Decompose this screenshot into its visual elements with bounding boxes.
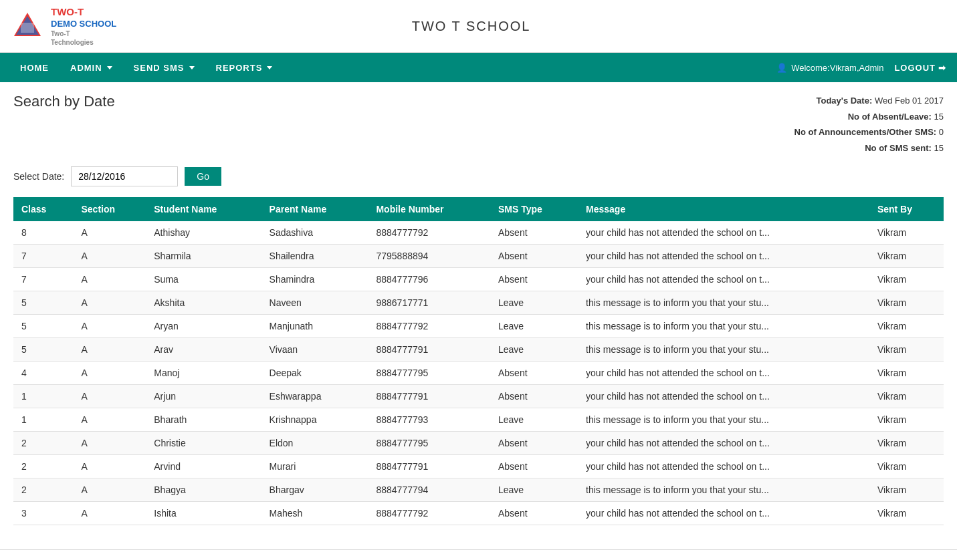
cell-3: Bhargav <box>261 478 368 501</box>
cell-5: Leave <box>490 291 578 314</box>
cell-2: Christie <box>146 431 261 454</box>
table-row: 5AAravVivaan8884777791Leavethis message … <box>13 337 944 361</box>
nav-item-reports[interactable]: REPORTS <box>207 56 282 80</box>
cell-1: A <box>74 314 146 337</box>
cell-6: your child has not attended the school o… <box>578 384 869 408</box>
top-header: TWO-T DEMO SCHOOL Two-T Technologies TWO… <box>0 0 957 53</box>
col-sms-type: SMS Type <box>490 197 578 221</box>
cell-1: A <box>74 454 146 478</box>
logout-button[interactable]: LOGOUT <box>894 63 946 73</box>
cell-6: this message is to inform you that your … <box>578 314 869 337</box>
cell-0: 5 <box>13 314 74 337</box>
cell-7: Vikram <box>869 291 944 314</box>
cell-4: 8884777796 <box>368 267 490 291</box>
cell-7: Vikram <box>869 454 944 478</box>
nav-item-send-sms[interactable]: SEND SMS <box>124 56 204 80</box>
cell-4: 8884777792 <box>368 314 490 337</box>
cell-0: 4 <box>13 361 74 384</box>
logo-icon <box>11 9 44 43</box>
cell-6: your child has not attended the school o… <box>578 361 869 384</box>
cell-4: 8884777793 <box>368 408 490 431</box>
cell-7: Vikram <box>869 431 944 454</box>
cell-7: Vikram <box>869 478 944 501</box>
cell-6: your child has not attended the school o… <box>578 244 869 267</box>
cell-7: Vikram <box>869 408 944 431</box>
cell-1: A <box>74 501 146 525</box>
svg-rect-2 <box>21 23 34 33</box>
table-header-row: Class Section Student Name Parent Name M… <box>13 197 944 221</box>
cell-1: A <box>74 221 146 245</box>
cell-0: 2 <box>13 431 74 454</box>
cell-2: Suma <box>146 267 261 291</box>
nav-right: Welcome:Vikram,Admin LOGOUT <box>776 63 946 73</box>
logo-text: TWO-T DEMO SCHOOL Two-T Technologies <box>51 5 116 47</box>
cell-6: your child has not attended the school o… <box>578 501 869 525</box>
stat-sms-sent: No of SMS sent: 15 <box>794 140 944 156</box>
cell-0: 7 <box>13 267 74 291</box>
date-input[interactable] <box>71 166 178 186</box>
cell-6: your child has not attended the school o… <box>578 431 869 454</box>
table-row: 2AChristieEldon8884777795Absentyour chil… <box>13 431 944 454</box>
today-date: Today's Date: Wed Feb 01 2017 <box>794 93 944 108</box>
cell-6: this message is to inform you that your … <box>578 337 869 361</box>
table-row: 1AArjunEshwarappa8884777791Absentyour ch… <box>13 384 944 408</box>
cell-0: 5 <box>13 291 74 314</box>
cell-2: Akshita <box>146 291 261 314</box>
nav-left: HOME ADMIN SEND SMS REPORTS <box>11 56 776 80</box>
cell-3: Vivaan <box>261 337 368 361</box>
cell-0: 1 <box>13 408 74 431</box>
cell-2: Manoj <box>146 361 261 384</box>
cell-7: Vikram <box>869 267 944 291</box>
cell-2: Bhagya <box>146 478 261 501</box>
cell-2: Aryan <box>146 314 261 337</box>
cell-5: Absent <box>490 361 578 384</box>
table-row: 4AManojDeepak8884777795Absentyour child … <box>13 361 944 384</box>
cell-6: your child has not attended the school o… <box>578 221 869 245</box>
cell-2: Arav <box>146 337 261 361</box>
cell-7: Vikram <box>869 244 944 267</box>
cell-1: A <box>74 337 146 361</box>
cell-3: Manjunath <box>261 314 368 337</box>
welcome-text: Welcome:Vikram,Admin <box>776 63 883 73</box>
admin-dropdown-icon <box>107 66 112 69</box>
cell-5: Absent <box>490 431 578 454</box>
cell-4: 8884777795 <box>368 361 490 384</box>
logout-icon <box>938 63 946 73</box>
table-row: 7ASumaShamindra8884777796Absentyour chil… <box>13 267 944 291</box>
cell-0: 3 <box>13 501 74 525</box>
table-row: 1ABharathKrishnappa8884777793Leavethis m… <box>13 408 944 431</box>
col-message: Message <box>578 197 869 221</box>
cell-0: 2 <box>13 454 74 478</box>
cell-2: Bharath <box>146 408 261 431</box>
main-content: Search by Date Today's Date: Wed Feb 01 … <box>0 82 957 536</box>
cell-4: 8884777795 <box>368 431 490 454</box>
cell-4: 8884777794 <box>368 478 490 501</box>
cell-5: Absent <box>490 244 578 267</box>
nav-item-home[interactable]: HOME <box>11 56 58 80</box>
cell-7: Vikram <box>869 384 944 408</box>
cell-5: Leave <box>490 408 578 431</box>
cell-5: Absent <box>490 454 578 478</box>
user-icon <box>776 63 788 73</box>
col-section: Section <box>74 197 146 221</box>
table-row: 8AAthishaySadashiva8884777792Absentyour … <box>13 221 944 245</box>
cell-4: 9886717771 <box>368 291 490 314</box>
cell-7: Vikram <box>869 337 944 361</box>
search-row: Select Date: Go <box>13 166 944 186</box>
cell-4: 8884777792 <box>368 501 490 525</box>
cell-3: Naveen <box>261 291 368 314</box>
cell-2: Sharmila <box>146 244 261 267</box>
col-parent-name: Parent Name <box>261 197 368 221</box>
site-title: TWO T SCHOOL <box>116 19 826 34</box>
table-row: 3AIshitaMahesh8884777792Absentyour child… <box>13 501 944 525</box>
col-class: Class <box>13 197 74 221</box>
go-button[interactable]: Go <box>185 167 221 186</box>
cell-3: Eshwarappa <box>261 384 368 408</box>
cell-2: Arvind <box>146 454 261 478</box>
cell-1: A <box>74 267 146 291</box>
col-student-name: Student Name <box>146 197 261 221</box>
cell-0: 8 <box>13 221 74 245</box>
footer: Copyright 2016 Two-T Technologies Powere… <box>0 549 957 560</box>
nav-item-admin[interactable]: ADMIN <box>61 56 122 80</box>
table-row: 7ASharmilaShailendra7795888894Absentyour… <box>13 244 944 267</box>
